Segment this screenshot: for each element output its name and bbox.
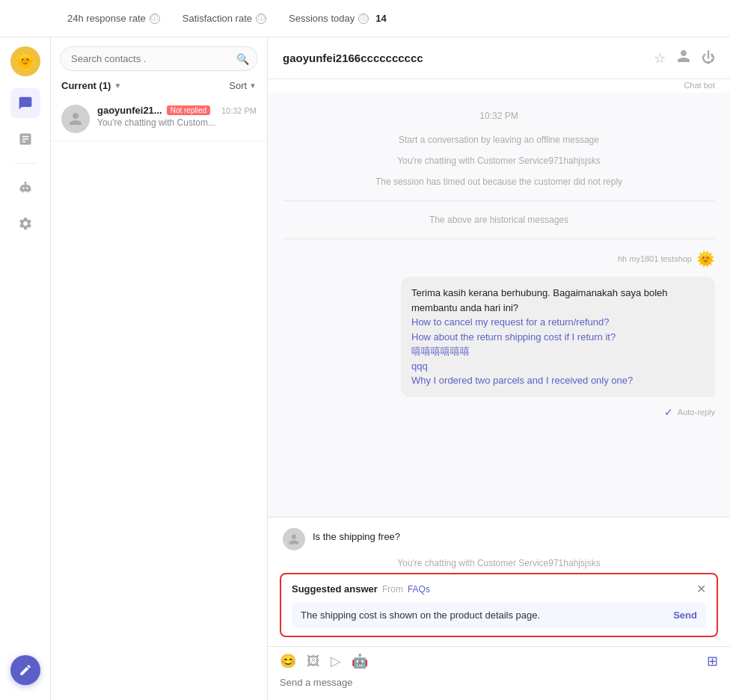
contact-preview: You're chatting with Custom... <box>97 117 257 128</box>
contact-panel: 🔍 Current (1) ▼ Sort ▼ gaoyunfei21... No… <box>51 37 268 700</box>
stat-satisfaction: Satisfaction rate ⓘ <box>182 13 266 24</box>
stat-satisfaction-label: Satisfaction rate <box>182 13 252 24</box>
stat-sessions-info-icon[interactable]: ⓘ <box>358 13 369 24</box>
sort-button[interactable]: Sort ▼ <box>229 80 257 91</box>
suggested-header: Suggested answer From FAQs ✕ <box>292 582 706 596</box>
suggested-answer-text: The shipping cost is shown on the produc… <box>301 610 664 621</box>
send-suggested-button[interactable]: Send <box>673 610 697 621</box>
stat-sessions: Sessions today ⓘ 14 <box>289 13 387 24</box>
system-msg-3: The session has timed out because the cu… <box>283 174 715 190</box>
main-layout: 🌞 🔍 Current (1) ▼ <box>0 37 730 700</box>
chat-messages: 10:32 PM Start a conversation by leaving… <box>268 93 730 517</box>
suggested-close-button[interactable]: ✕ <box>696 582 706 596</box>
filter-label[interactable]: Current (1) ▼ <box>61 80 121 91</box>
chat-header-icons: ☆ ⏻ <box>654 49 715 67</box>
input-icons: 😊 🖼 ▷ 🤖 ⊞ <box>280 653 718 669</box>
msg-status-row: ✓ Auto-reply <box>283 406 715 418</box>
customer-msg-row: Is the shipping free? <box>268 518 730 553</box>
search-bar: 🔍 <box>51 37 267 77</box>
contact-name-row: gaoyunfei21... Not replied 10:32 PM <box>97 105 257 116</box>
search-icon: 🔍 <box>236 53 249 65</box>
stat-24h-info-icon[interactable]: ⓘ <box>150 13 160 24</box>
search-input[interactable] <box>60 46 258 71</box>
stat-24h: 24h response rate ⓘ <box>67 13 160 24</box>
customer-avatar-sm <box>283 528 305 550</box>
system-msg-1: Start a conversation by leaving an offli… <box>283 132 715 148</box>
user-icon[interactable] <box>676 49 691 67</box>
check-icon: ✓ <box>664 406 673 418</box>
sort-chevron-icon: ▼ <box>249 82 257 90</box>
sort-label: Sort <box>229 80 247 91</box>
stat-satisfaction-info-icon[interactable]: ⓘ <box>256 13 266 24</box>
filter-label-text: Current (1) <box>61 80 111 91</box>
sender-emoji: 🌞 <box>696 250 715 268</box>
message-input[interactable] <box>280 674 718 694</box>
msg-link-1[interactable]: How to cancel my request for a return/re… <box>411 315 705 330</box>
filter-chevron-icon: ▼ <box>114 82 121 90</box>
bot-icon[interactable]: 🤖 <box>352 653 368 669</box>
contact-item[interactable]: gaoyunfei21... Not replied 10:32 PM You'… <box>51 97 267 141</box>
input-bar: 😊 🖼 ▷ 🤖 ⊞ <box>268 646 730 700</box>
customer-msg-area: Is the shipping free? You're chatting wi… <box>268 517 730 700</box>
msg-sender-label: hh my1801 testshop 🌞 <box>283 250 715 268</box>
customer-msg-text: Is the shipping free? <box>313 528 400 542</box>
fab-compose-button[interactable] <box>10 655 40 685</box>
suggested-faq-link[interactable]: FAQs <box>408 584 430 595</box>
contact-avatar <box>61 105 90 133</box>
history-divider <box>283 200 715 201</box>
auto-reply-label: Auto-reply <box>678 408 715 417</box>
agent-msg-bubble: Terima kasih kerana berhubung. Bagaimana… <box>401 277 715 397</box>
chat-title: gaoyunfei2166cccccccccc <box>283 52 646 64</box>
nav-settings-icon[interactable] <box>10 209 40 239</box>
contact-time: 10:32 PM <box>221 106 257 115</box>
msg-timestamp: 10:32 PM <box>283 111 715 121</box>
chat-header: gaoyunfei2166cccccccccc ☆ ⏻ <box>268 37 730 79</box>
history-divider-2 <box>283 239 715 239</box>
image-icon[interactable]: 🖼 <box>307 654 320 669</box>
stat-sessions-value: 14 <box>375 13 386 24</box>
chat-panel: gaoyunfei2166cccccccccc ☆ ⏻ Chat bot 10:… <box>268 37 730 700</box>
suggested-title: Suggested answer <box>292 583 378 595</box>
nav-bot-icon[interactable] <box>10 173 40 203</box>
msg-link-5[interactable]: Why I ordered two parcels and I received… <box>411 373 705 388</box>
system-msg-customer: You're chatting with Customer Service971… <box>268 553 730 573</box>
suggested-answer-row: The shipping cost is shown on the produc… <box>292 602 706 628</box>
icon-sidebar: 🌞 <box>0 37 51 700</box>
top-bar: 24h response rate ⓘ Satisfaction rate ⓘ … <box>0 0 730 37</box>
power-icon[interactable]: ⏻ <box>702 50 715 66</box>
star-icon[interactable]: ☆ <box>654 50 666 67</box>
video-icon[interactable]: ▷ <box>331 653 341 669</box>
chat-bot-label: Chat bot <box>268 79 730 93</box>
agent-msg-text: Terima kasih kerana berhubung. Bagaimana… <box>411 286 705 315</box>
contact-filter: Current (1) ▼ Sort ▼ <box>51 77 267 97</box>
search-input-wrap: 🔍 <box>60 46 258 71</box>
agent-msg-row: Terima kasih kerana berhubung. Bagaimana… <box>283 277 715 397</box>
avatar: 🌞 <box>10 46 40 76</box>
apps-icon[interactable]: ⊞ <box>707 653 718 669</box>
sender-name: hh my1801 testshop <box>618 254 692 263</box>
msg-link-4[interactable]: qqq <box>411 359 705 374</box>
stat-24h-label: 24h response rate <box>67 13 146 24</box>
nav-analytics-icon[interactable] <box>10 124 40 154</box>
suggested-from-label: From <box>382 584 403 595</box>
msg-link-2[interactable]: How about the return shipping cost if I … <box>411 330 705 345</box>
emoji-icon[interactable]: 😊 <box>280 653 296 669</box>
nav-chat-icon[interactable] <box>10 88 40 118</box>
contact-name: gaoyunfei21... <box>97 105 162 116</box>
suggested-answer-box: Suggested answer From FAQs ✕ The shippin… <box>280 573 718 637</box>
system-msg-2: You're chatting with Customer Service971… <box>283 153 715 169</box>
stat-sessions-label: Sessions today <box>289 13 355 24</box>
contact-info: gaoyunfei21... Not replied 10:32 PM You'… <box>97 105 257 128</box>
msg-link-3[interactable]: 嘻嘻嘻嘻嘻嘻 <box>411 344 705 359</box>
contact-badge: Not replied <box>167 105 210 115</box>
history-label: The above are historical messages <box>283 212 715 228</box>
